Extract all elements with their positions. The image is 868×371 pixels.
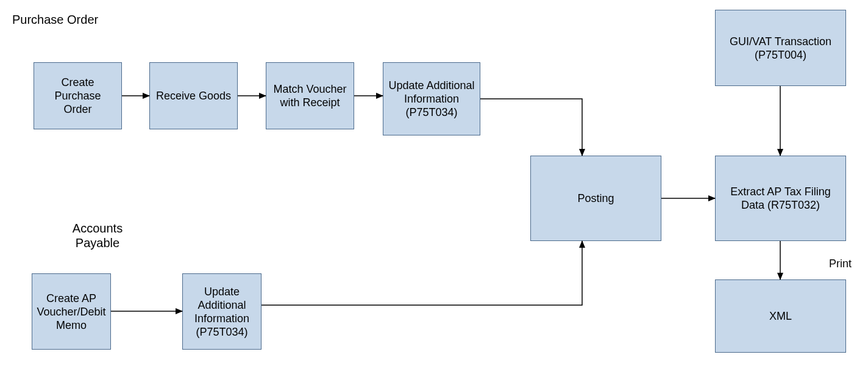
node-create-po: Create Purchase Order xyxy=(34,62,122,129)
diagram-canvas: Purchase Order Accounts Payable Create P… xyxy=(0,0,868,371)
node-update-info-po: Update Additional Information (P75T034) xyxy=(383,62,480,135)
node-match-voucher: Match Voucher with Receipt xyxy=(266,62,354,129)
node-gui-vat: GUI/VAT Transaction (P75T004) xyxy=(715,10,846,86)
node-extract-ap: Extract AP Tax Filing Data (R75T032) xyxy=(715,156,846,241)
edge-label-print: Print xyxy=(829,258,852,270)
section-title-purchase-order: Purchase Order xyxy=(12,12,98,27)
node-xml: XML xyxy=(715,279,846,353)
node-create-ap: Create AP Voucher/Debit Memo xyxy=(32,273,111,350)
section-title-accounts-payable: Accounts Payable xyxy=(49,221,146,250)
node-posting: Posting xyxy=(530,156,661,241)
node-update-info-ap: Update Additional Information (P75T034) xyxy=(182,273,261,350)
node-receive-goods: Receive Goods xyxy=(149,62,238,129)
